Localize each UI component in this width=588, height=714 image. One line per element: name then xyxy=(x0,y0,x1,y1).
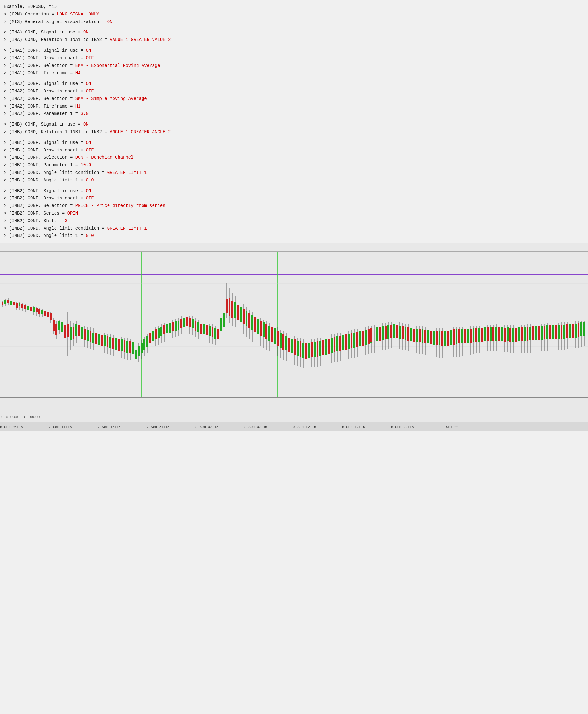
svg-rect-319 xyxy=(447,331,449,346)
svg-rect-85 xyxy=(115,338,117,350)
svg-rect-335 xyxy=(470,329,472,343)
indicator-panel: 0 0.00000 0.00000 xyxy=(0,397,588,422)
spacer2 xyxy=(4,44,584,47)
ina1-draw-value: OFF xyxy=(86,56,93,61)
inb1-draw-line: > (INB1) CONF, Draw in chart = OFF xyxy=(4,147,584,154)
svg-rect-35 xyxy=(44,311,46,316)
inb1-p1-line: > (INB1) CONF, Parameter 1 = 10.0 xyxy=(4,162,584,169)
svg-rect-343 xyxy=(481,328,483,342)
svg-rect-267 xyxy=(370,328,372,342)
svg-rect-245 xyxy=(342,335,344,350)
svg-rect-137 xyxy=(189,318,191,327)
svg-rect-361 xyxy=(507,327,508,341)
svg-rect-9 xyxy=(7,300,9,303)
svg-rect-195 xyxy=(271,327,273,342)
svg-rect-299 xyxy=(419,329,421,342)
svg-rect-173 xyxy=(240,307,242,322)
svg-rect-251 xyxy=(351,333,353,348)
svg-rect-273 xyxy=(382,326,384,340)
svg-rect-261 xyxy=(365,330,367,345)
svg-rect-235 xyxy=(328,339,330,354)
inb2-sel-line: > (INB2) CONF, Selection = PRICE - Price… xyxy=(4,202,584,210)
svg-rect-411 xyxy=(578,323,580,337)
svg-rect-305 xyxy=(427,330,429,343)
svg-rect-307 xyxy=(430,331,432,344)
svg-rect-387 xyxy=(544,326,545,340)
svg-rect-47 xyxy=(61,322,63,332)
svg-rect-163 xyxy=(226,299,228,313)
svg-rect-223 xyxy=(311,342,313,357)
svg-rect-201 xyxy=(280,332,281,348)
svg-rect-215 xyxy=(299,341,301,356)
inb1-draw-value: OFF xyxy=(86,148,93,153)
svg-rect-239 xyxy=(334,337,335,352)
svg-rect-149 xyxy=(206,325,208,335)
svg-rect-177 xyxy=(246,311,248,326)
inb2-draw-line: > (INB2) CONF, Draw in chart = OFF xyxy=(4,195,584,202)
ina1-tf-value: H4 xyxy=(75,70,81,76)
svg-rect-187 xyxy=(260,321,262,336)
svg-rect-171 xyxy=(237,305,239,320)
svg-rect-243 xyxy=(339,336,341,351)
svg-rect-405 xyxy=(569,324,571,338)
svg-rect-249 xyxy=(348,334,350,349)
svg-rect-257 xyxy=(359,331,361,346)
svg-rect-401 xyxy=(563,325,565,339)
svg-rect-141 xyxy=(194,321,196,331)
inb-cond-value: ANGLE 1 GREATER ANGLE 2 xyxy=(110,129,171,135)
svg-rect-227 xyxy=(317,341,318,356)
svg-rect-183 xyxy=(254,317,256,332)
svg-rect-209 xyxy=(291,339,293,353)
svg-rect-93 xyxy=(126,341,128,353)
svg-rect-287 xyxy=(402,326,403,339)
inb2-shift-line: > (INB2) CONF, Shift = 3 xyxy=(4,218,584,225)
svg-rect-19 xyxy=(21,304,23,308)
svg-rect-353 xyxy=(495,327,497,341)
svg-rect-123 xyxy=(169,323,171,332)
svg-rect-181 xyxy=(251,315,253,330)
svg-rect-51 xyxy=(67,324,69,337)
inb2-angle-value: GREATER LIMIT 1 xyxy=(107,226,147,231)
svg-rect-213 xyxy=(297,341,298,356)
svg-rect-365 xyxy=(512,328,514,342)
svg-rect-341 xyxy=(478,328,480,342)
svg-rect-189 xyxy=(262,322,265,337)
svg-rect-363 xyxy=(509,328,511,342)
svg-rect-289 xyxy=(404,327,406,340)
time-label-4: 7 Sep 21:15 xyxy=(147,425,170,429)
svg-rect-151 xyxy=(209,326,211,336)
inb1-p1-value: 10.0 xyxy=(81,162,91,167)
svg-rect-11 xyxy=(10,301,12,305)
svg-rect-15 xyxy=(16,303,18,308)
inb2-conf-line: > (INB2) CONF, Signal in use = ON xyxy=(4,187,584,195)
svg-rect-399 xyxy=(561,325,563,339)
svg-rect-409 xyxy=(575,324,576,338)
ina2-sel-line: > (INA2) CONF, Selection = SMA - Simple … xyxy=(4,95,584,103)
svg-rect-29 xyxy=(36,308,38,312)
time-label-8: 8 Sep 17:15 xyxy=(342,425,365,429)
svg-rect-25 xyxy=(30,307,32,311)
svg-rect-379 xyxy=(532,326,534,340)
svg-rect-75 xyxy=(101,335,103,346)
spacer3 xyxy=(4,77,584,80)
svg-rect-73 xyxy=(98,334,100,345)
inb2-sel-value: PRICE - Price directly from series xyxy=(75,203,166,208)
svg-rect-393 xyxy=(552,325,554,339)
svg-rect-413 xyxy=(581,323,582,336)
svg-rect-43 xyxy=(56,324,57,335)
spacer1 xyxy=(4,25,584,29)
svg-rect-79 xyxy=(107,336,108,347)
svg-rect-395 xyxy=(555,325,557,339)
orm-line: > (ORM) Operation = LONG SIGNAL ONLY xyxy=(4,11,584,18)
svg-rect-207 xyxy=(288,338,290,352)
svg-rect-191 xyxy=(266,324,267,339)
svg-rect-33 xyxy=(41,309,43,314)
svg-rect-375 xyxy=(526,327,528,341)
svg-rect-155 xyxy=(214,328,216,339)
svg-rect-389 xyxy=(546,325,548,339)
time-axis: 8 Sep 06:15 7 Sep 11:15 7 Sep 16:15 7 Se… xyxy=(0,422,588,431)
svg-rect-117 xyxy=(161,327,162,336)
svg-rect-303 xyxy=(424,330,426,343)
svg-rect-97 xyxy=(132,342,134,354)
svg-rect-259 xyxy=(362,331,364,346)
